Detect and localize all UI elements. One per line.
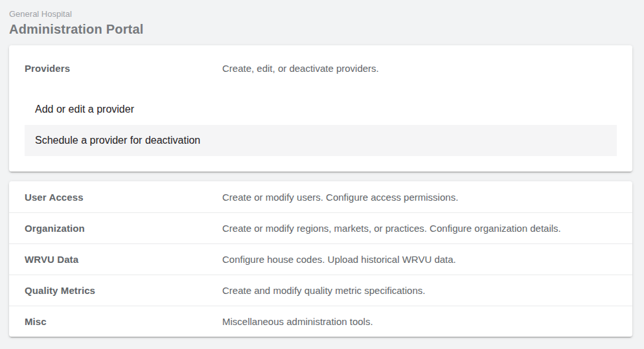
section-label: Quality Metrics [25, 285, 222, 296]
action-add-or-edit-provider[interactable]: Add or edit a provider [25, 94, 617, 125]
section-description: Configure house codes. Upload historical… [222, 254, 617, 265]
section-row-misc[interactable]: Misc Miscellaneous administration tools. [9, 306, 632, 337]
section-label: User Access [25, 192, 222, 203]
organization-name: General Hospital [9, 9, 632, 19]
action-schedule-provider-deactivation[interactable]: Schedule a provider for deactivation [25, 125, 617, 156]
admin-portal-page: General Hospital Administration Portal P… [0, 0, 644, 337]
providers-description: Create, edit, or deactivate providers. [222, 63, 617, 74]
provider-action-list: Add or edit a provider Schedule a provid… [25, 94, 617, 156]
section-label: WRVU Data [25, 254, 222, 265]
section-description: Create or modify regions, markets, or pr… [222, 223, 617, 234]
providers-label: Providers [25, 63, 222, 74]
section-description: Miscellaneous administration tools. [222, 316, 617, 327]
admin-sections-card: User Access Create or modify users. Conf… [9, 181, 632, 337]
section-row-organization[interactable]: Organization Create or modify regions, m… [9, 212, 632, 243]
action-item-label: Add or edit a provider [35, 104, 134, 115]
providers-card-header: Providers Create, edit, or deactivate pr… [9, 63, 632, 74]
section-label: Misc [25, 316, 222, 327]
action-item-label: Schedule a provider for deactivation [35, 135, 200, 146]
section-description: Create and modify quality metric specifi… [222, 285, 617, 296]
section-row-wrvu-data[interactable]: WRVU Data Configure house codes. Upload … [9, 243, 632, 275]
page-title: Administration Portal [9, 22, 632, 37]
providers-card: Providers Create, edit, or deactivate pr… [9, 45, 632, 172]
section-row-user-access[interactable]: User Access Create or modify users. Conf… [9, 181, 632, 212]
section-description: Create or modify users. Configure access… [222, 192, 617, 203]
section-row-quality-metrics[interactable]: Quality Metrics Create and modify qualit… [9, 275, 632, 306]
section-label: Organization [25, 223, 222, 234]
